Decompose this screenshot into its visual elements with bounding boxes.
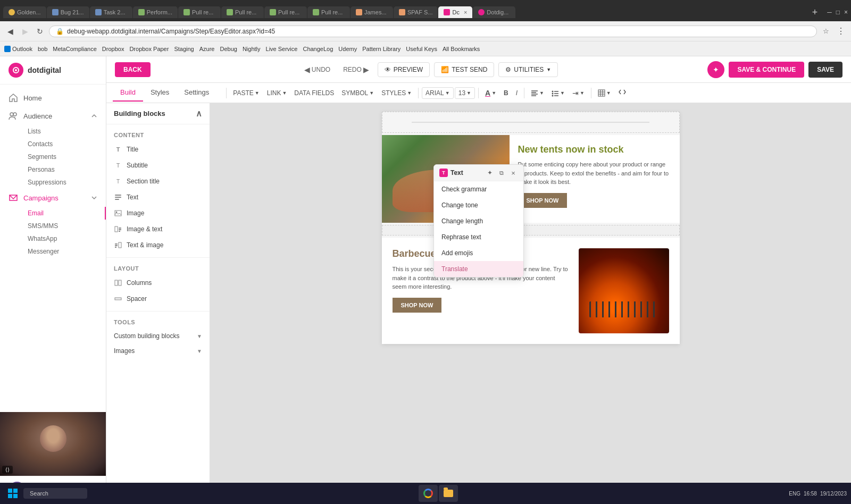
minimize-button[interactable]: ─ <box>827 9 832 16</box>
link-button[interactable]: LINK ▼ <box>264 88 290 98</box>
bookmark-bob[interactable]: bob <box>38 46 47 52</box>
sidebar-item-messenger[interactable]: Messenger <box>23 245 106 258</box>
tab-pr1[interactable]: Pull re... <box>178 6 221 18</box>
bookmark-live[interactable]: Live Service <box>266 46 298 52</box>
tab-pr4[interactable]: Pull re... <box>307 6 350 18</box>
indent-button[interactable]: ⇥ ▼ <box>569 87 588 99</box>
bold-button[interactable]: B <box>500 88 512 98</box>
sidebar-item-sms[interactable]: SMS/MMS <box>23 220 106 232</box>
save-button[interactable]: SAVE <box>808 62 842 78</box>
align-button[interactable]: ▼ <box>528 88 547 98</box>
bookmark-nightly[interactable]: Nightly <box>243 46 261 52</box>
italic-button[interactable]: I <box>513 88 521 98</box>
nav-refresh-button[interactable]: ↻ <box>34 26 46 37</box>
block-section-title[interactable]: T Section title <box>106 173 210 189</box>
styles-button[interactable]: STYLES ▼ <box>378 88 415 98</box>
block-columns[interactable]: Columns <box>106 275 210 291</box>
block-spacer[interactable]: Spacer <box>106 291 210 307</box>
sidebar-item-whatsapp[interactable]: WhatsApp <box>23 232 106 245</box>
bookmark-azure[interactable]: Azure <box>199 46 215 52</box>
text-color-button[interactable]: A ▼ <box>482 87 499 99</box>
bookmark-dropbox-paper[interactable]: Dropbox Paper <box>129 46 169 52</box>
sidebar-item-suppressions[interactable]: Suppressions <box>23 176 106 189</box>
source-button[interactable] <box>615 87 629 99</box>
shop-now-button-2[interactable]: SHOP NOW <box>393 298 442 313</box>
size-selector[interactable]: 13 ▼ <box>455 87 475 99</box>
custom-blocks-header[interactable]: Custom building blocks ▼ <box>106 329 210 343</box>
star-button[interactable]: ☆ <box>820 26 832 37</box>
popup-close-button[interactable]: × <box>508 168 518 178</box>
bookmark-dropbox[interactable]: Dropbox <box>102 46 124 52</box>
ai-button[interactable]: ✦ <box>707 61 724 78</box>
nav-item-campaigns[interactable]: Campaigns <box>0 189 106 207</box>
popup-change-tone[interactable]: Change tone <box>434 197 523 213</box>
images-header[interactable]: Images ▼ <box>106 343 210 358</box>
more-button[interactable]: ⋮ <box>835 26 847 37</box>
product-text[interactable]: Put some enticing copy here about your p… <box>518 160 671 187</box>
font-selector[interactable]: ARIAL ▼ <box>422 87 454 99</box>
symbol-button[interactable]: SYMBOL ▼ <box>338 88 377 98</box>
block-subtitle[interactable]: T Subtitle <box>106 157 210 173</box>
popup-copy-button[interactable]: ⧉ <box>497 168 506 178</box>
bookmark-udemy[interactable]: Udemy <box>338 46 357 52</box>
bookmark-staging[interactable]: Staging <box>174 46 194 52</box>
block-text[interactable]: Text <box>106 189 210 205</box>
block-image-text[interactable]: Image & text <box>106 221 210 237</box>
tab-dotdig[interactable]: Dotdig... <box>473 6 515 18</box>
test-send-button[interactable]: 📶 TEST SEND <box>434 62 494 77</box>
sidebar-item-email[interactable]: Email <box>23 207 106 220</box>
taskbar-chrome[interactable] <box>419 485 438 502</box>
maximize-button[interactable]: □ <box>836 9 840 16</box>
address-bar[interactable]: 🔒 debug-webapp.dotdigital.internal/Campa… <box>49 26 817 37</box>
taskbar-explorer[interactable] <box>439 485 458 502</box>
list-button[interactable]: ▼ <box>548 88 568 98</box>
preview-button[interactable]: 👁 PREVIEW <box>378 62 430 77</box>
popup-sparkle-button[interactable]: ✦ <box>485 168 495 178</box>
sidebar-item-segments[interactable]: Segments <box>23 150 106 163</box>
bookmark-debug[interactable]: Debug <box>220 46 237 52</box>
bookmark-outlook[interactable]: Outlook <box>4 46 32 52</box>
shop-now-button-1[interactable]: SHOP NOW <box>518 193 568 208</box>
tab-pr3[interactable]: Pull re... <box>264 6 307 18</box>
paste-button[interactable]: PASTE ▼ <box>230 88 262 98</box>
bookmark-useful[interactable]: Useful Keys <box>406 46 437 52</box>
popup-check-grammar[interactable]: Check grammar <box>434 181 523 197</box>
undo-button[interactable]: ◀ UNDO <box>300 63 335 76</box>
popup-change-length[interactable]: Change length <box>434 213 523 229</box>
redo-button[interactable]: REDO ▶ <box>339 63 373 76</box>
sidebar-item-contacts[interactable]: Contacts <box>23 138 106 150</box>
expand-webcam-button[interactable]: ⟨⟩ <box>2 466 13 474</box>
popup-rephrase[interactable]: Rephrase text <box>434 229 523 245</box>
start-button[interactable] <box>4 485 21 502</box>
panel-collapse-icon[interactable]: ∧ <box>196 108 202 119</box>
tab-task2[interactable]: Task 2... <box>90 6 132 18</box>
tab-perform[interactable]: Perform... <box>133 6 178 18</box>
bookmark-changelog[interactable]: ChangeLog <box>303 46 333 52</box>
search-taskbar[interactable]: Search <box>23 488 87 499</box>
tab-active[interactable]: Dc × <box>438 6 472 18</box>
nav-forward-button[interactable]: ▶ <box>19 26 31 37</box>
save-continue-button[interactable]: SAVE & CONTINUE <box>729 62 804 78</box>
tab-spaf[interactable]: SPAF S... <box>394 6 438 18</box>
tab-add-button[interactable]: + <box>807 5 823 20</box>
data-fields-button[interactable]: DATA FIELDS <box>291 88 337 98</box>
table-button[interactable]: ▼ <box>595 88 614 98</box>
tab-styles[interactable]: Styles <box>143 84 177 102</box>
tab-build[interactable]: Build <box>113 84 143 102</box>
nav-back-button[interactable]: ◀ <box>4 26 16 37</box>
block-text-image[interactable]: Text & image <box>106 237 210 253</box>
tab-pr2[interactable]: Pull re... <box>221 6 264 18</box>
nav-item-audience[interactable]: Audience <box>0 107 106 125</box>
nav-item-home[interactable]: Home <box>0 89 106 107</box>
popup-translate[interactable]: Translate <box>434 261 523 277</box>
close-button[interactable]: × <box>844 9 848 16</box>
sidebar-item-lists[interactable]: Lists <box>23 125 106 138</box>
sidebar-item-personas[interactable]: Personas <box>23 163 106 176</box>
tab-james[interactable]: James... <box>351 6 393 18</box>
popup-add-emojis[interactable]: Add emojis <box>434 245 523 261</box>
bookmark-all[interactable]: All Bookmarks <box>443 46 480 52</box>
block-title[interactable]: T Title <box>106 141 210 157</box>
utilities-button[interactable]: ⚙ UTILITIES ▼ <box>498 62 558 77</box>
block-image[interactable]: Image <box>106 205 210 221</box>
tab-bug21[interactable]: Bug 21... <box>47 6 89 18</box>
